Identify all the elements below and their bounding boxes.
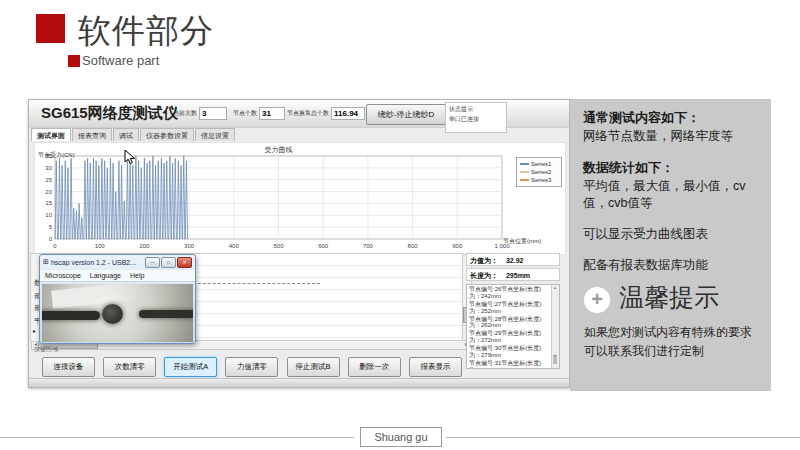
field-node-count[interactable]: 31 xyxy=(259,107,285,120)
svg-text:0: 0 xyxy=(49,236,53,242)
chart-title: 受力曲线 xyxy=(55,145,502,155)
field-current-count[interactable]: 3 xyxy=(199,107,227,120)
hscap-title: hscap version 1.2 - USB2... xyxy=(51,259,144,266)
legend-label-2: Series3 xyxy=(531,176,551,184)
svg-text:0: 0 xyxy=(53,243,57,249)
node-list-scrollbar[interactable]: ▲ ▼ xyxy=(551,285,559,368)
chart-plot: 0510152025303501002003004005006007008009… xyxy=(35,143,565,254)
wind-stop-button[interactable]: 绕纱-停止绕纱D xyxy=(366,104,446,125)
svg-text:15: 15 xyxy=(45,200,52,206)
field-label-node-total: 节点换算总个数 xyxy=(287,109,329,118)
node-entry-5[interactable]: 节点编号:31节点坐标(长度)为：287mm xyxy=(469,360,550,369)
chart-x-axis-label: 节点位置(mm) xyxy=(503,237,541,246)
tips-title: 温馨提示 xyxy=(619,281,719,314)
close-icon[interactable]: ✕ xyxy=(177,257,192,268)
tab-1[interactable]: 报表查询 xyxy=(72,128,112,141)
plus-icon: + xyxy=(584,287,610,313)
microscope-image xyxy=(42,284,193,342)
footer-brand: Shuang gu xyxy=(360,427,442,447)
svg-text:10: 10 xyxy=(45,212,52,218)
hscap-app-icon: ⊞ xyxy=(43,258,49,266)
chart-legend: Series1Series2Series3 xyxy=(516,157,562,187)
hscap-window[interactable]: ⊞ hscap version 1.2 - USB2... — □ ✕ Micr… xyxy=(39,254,196,344)
minimize-icon[interactable]: — xyxy=(145,257,160,268)
legend-label-0: Series1 xyxy=(531,160,551,168)
hscap-menu-microscope[interactable]: Microscope xyxy=(45,272,81,279)
footer-line-right xyxy=(446,437,800,438)
app-button-3[interactable]: 力值清零 xyxy=(225,357,278,377)
tips-line-2: 可以联系我们进行定制 xyxy=(584,342,752,361)
hscap-menu-language[interactable]: Language xyxy=(90,272,121,279)
app-button-2[interactable]: 开始测试A xyxy=(164,357,217,377)
panel-body-1: 网络节点数量，网络牢度等 xyxy=(583,128,758,144)
node-entry-2[interactable]: 节点编号:28节点坐标(长度)为：262mm xyxy=(469,316,550,330)
force-chart: 受力曲线 节点受力(CN) 节点位置(mm) 05101520253035010… xyxy=(34,142,566,255)
legend-swatch-2 xyxy=(520,179,529,181)
dashed-separator xyxy=(178,283,320,284)
field-label-current-count: 当前次数 xyxy=(173,109,197,118)
tips-body: 如果您对测试内容有特殊的要求 可以联系我们进行定制 xyxy=(584,323,752,360)
app-button-1[interactable]: 次数清零 xyxy=(103,357,156,377)
mouse-cursor-icon xyxy=(124,150,135,165)
svg-text:900: 900 xyxy=(452,243,463,249)
node-entry-0[interactable]: 节点编号:26节点坐标(长度)为：242mm xyxy=(469,286,550,300)
panel-heading-2: 数据统计如下： xyxy=(583,159,758,177)
svg-text:20: 20 xyxy=(45,189,52,195)
tips-line-1: 如果您对测试内容有特殊的要求 xyxy=(584,323,752,342)
app-button-5[interactable]: 删除一次 xyxy=(348,357,401,377)
svg-text:25: 25 xyxy=(45,177,52,183)
panel-body-4: 配备有报表数据库功能 xyxy=(583,257,758,273)
panel-body-3: 可以显示受力曲线图表 xyxy=(583,226,758,242)
node-entry-4[interactable]: 节点编号:30节点坐标(长度)为：279mm xyxy=(469,345,550,359)
accent-square-small xyxy=(68,55,80,67)
scroll-down-icon[interactable]: ▼ xyxy=(553,353,557,358)
button-row: 连接设备次数清零开始测试A力值清零停止测试B删除一次报表显示 xyxy=(42,357,462,377)
hscap-menubar: MicroscopeLanguageHelp xyxy=(40,269,195,282)
tab-bar: 测试界面报表查询调试仪器参数设置信息设置 xyxy=(31,128,236,141)
node-list-box[interactable]: 节点编号:26节点坐标(长度)为：242mm节点编号:27节点坐标(长度)为：2… xyxy=(466,284,560,369)
legend-entry-2: Series3 xyxy=(520,176,558,184)
footer-line-left xyxy=(0,437,354,438)
page-subtitle-label: Software part xyxy=(82,53,159,68)
svg-text:400: 400 xyxy=(229,243,240,249)
legend-entry-0: Series1 xyxy=(520,160,558,168)
legend-swatch-0 xyxy=(520,163,529,165)
image-highlight xyxy=(51,284,142,309)
page-subtitle: Software part xyxy=(68,53,159,68)
button-group-label: 按键区域 xyxy=(34,345,58,354)
length-value-label: 长度为： xyxy=(470,272,498,279)
app-button-0[interactable]: 连接设备 xyxy=(42,357,95,377)
thread-right xyxy=(139,310,193,318)
length-value: 295mm xyxy=(506,272,530,279)
svg-text:500: 500 xyxy=(273,243,284,249)
svg-text:5: 5 xyxy=(49,224,53,230)
tab-4[interactable]: 信息设置 xyxy=(195,128,235,141)
legend-label-1: Series2 xyxy=(531,168,551,176)
node-entry-3[interactable]: 节点编号:29节点坐标(长度)为：272mm xyxy=(469,330,550,344)
app-title: SG615网络度测试仪 xyxy=(41,104,178,123)
svg-text:100: 100 xyxy=(95,243,106,249)
app-button-6[interactable]: 报表显示 xyxy=(409,357,462,377)
panel-heading-1: 通常测试内容如下： xyxy=(583,109,758,127)
svg-text:30: 30 xyxy=(45,165,52,171)
accent-square xyxy=(36,14,65,43)
node-entry-1[interactable]: 节点编号:27节点坐标(长度)为：252mm xyxy=(469,301,550,315)
length-value-box: 长度为： 295mm xyxy=(466,268,560,281)
svg-text:300: 300 xyxy=(184,243,195,249)
status-box: 状态提示 串口已连接 xyxy=(445,102,507,133)
app-button-4[interactable]: 停止测试B xyxy=(287,357,340,377)
svg-text:200: 200 xyxy=(139,243,150,249)
field-node-total[interactable]: 116.94 xyxy=(331,107,365,120)
tab-3[interactable]: 仪器参数设置 xyxy=(140,128,194,141)
force-value-box: 力值为： 32.92 xyxy=(466,253,560,266)
legend-entry-1: Series2 xyxy=(520,168,558,176)
tab-0[interactable]: 测试界面 xyxy=(31,128,71,141)
hscap-titlebar[interactable]: ⊞ hscap version 1.2 - USB2... — □ ✕ xyxy=(40,255,195,269)
maximize-icon[interactable]: □ xyxy=(161,257,176,268)
tab-2[interactable]: 调试 xyxy=(113,128,139,141)
slide: 软件部分 Software part SG615网络度测试仪 当前次数 3 节点… xyxy=(0,0,800,450)
scroll-up-icon[interactable]: ▲ xyxy=(553,285,557,290)
hscap-menu-help[interactable]: Help xyxy=(130,272,144,279)
svg-text:800: 800 xyxy=(408,243,419,249)
svg-text:700: 700 xyxy=(363,243,374,249)
